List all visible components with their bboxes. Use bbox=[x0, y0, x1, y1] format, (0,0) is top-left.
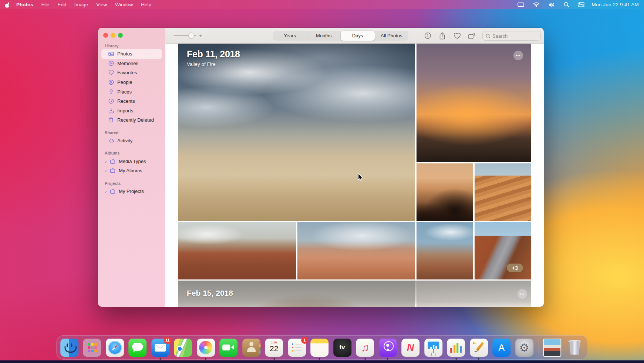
album-icon bbox=[109, 168, 116, 173]
photo-thumbnail-valley-panorama[interactable] bbox=[178, 44, 415, 221]
sidebar-item-label: My Albums bbox=[119, 168, 142, 173]
photos-app-icon[interactable] bbox=[197, 339, 215, 357]
gear-icon: ⚙ bbox=[519, 341, 529, 354]
menu-image[interactable]: Image bbox=[74, 2, 88, 7]
close-button[interactable] bbox=[103, 33, 108, 38]
podcasts-icon[interactable] bbox=[379, 339, 397, 357]
running-indicator bbox=[387, 358, 388, 360]
apple-menu-icon[interactable] bbox=[5, 2, 10, 8]
tab-years[interactable]: Years bbox=[273, 31, 307, 41]
sidebar-item-photos[interactable]: Photos bbox=[101, 49, 162, 59]
chevron-right-icon[interactable]: › bbox=[105, 189, 108, 194]
maps-icon[interactable] bbox=[174, 339, 192, 357]
sidebar-item-recents[interactable]: Recents bbox=[101, 96, 162, 106]
control-center-icon[interactable] bbox=[578, 2, 584, 7]
sidebar-item-label: Recently Deleted bbox=[117, 117, 154, 123]
image-file-icon[interactable] bbox=[543, 339, 561, 357]
sidebar: Library Photos Memories Favorites People bbox=[98, 28, 165, 307]
menu-app-name[interactable]: Photos bbox=[16, 2, 33, 7]
search-input[interactable] bbox=[492, 33, 537, 39]
sidebar-item-imports[interactable]: Imports bbox=[101, 106, 162, 116]
zoom-slider[interactable] bbox=[173, 35, 196, 36]
volume-icon[interactable] bbox=[549, 2, 555, 7]
menu-view[interactable]: View bbox=[96, 2, 107, 7]
chevron-right-icon[interactable]: › bbox=[105, 159, 108, 164]
notes-icon[interactable] bbox=[310, 339, 328, 357]
photo-thumbnail-canyon-overlook[interactable] bbox=[417, 222, 473, 279]
tab-months[interactable]: Months bbox=[307, 31, 341, 41]
photo-thumbnail-climbers-silhouette[interactable] bbox=[417, 163, 473, 221]
zoom-out-button[interactable]: – bbox=[168, 33, 171, 38]
menu-help[interactable]: Help bbox=[141, 2, 151, 7]
display-icon[interactable] bbox=[517, 2, 524, 7]
overflow-count-badge[interactable]: +3 bbox=[507, 264, 523, 272]
group-date: Feb 15, 2018 bbox=[187, 289, 233, 298]
sidebar-item-activity[interactable]: Activity bbox=[101, 136, 162, 146]
system-preferences-icon[interactable]: ⚙ bbox=[515, 339, 533, 357]
sidebar-item-recently-deleted[interactable]: Recently Deleted bbox=[101, 115, 162, 125]
sidebar-item-memories[interactable]: Memories bbox=[101, 59, 162, 68]
sidebar-item-label: My Projects bbox=[119, 189, 144, 194]
pin-icon bbox=[108, 89, 114, 95]
launchpad-icon[interactable] bbox=[83, 339, 101, 357]
sidebar-item-label: Imports bbox=[117, 108, 133, 113]
menu-edit[interactable]: Edit bbox=[58, 2, 66, 7]
search-field[interactable] bbox=[482, 31, 541, 41]
favorite-heart-button[interactable] bbox=[454, 33, 461, 39]
sidebar-item-media-types[interactable]: › Media Types bbox=[101, 156, 162, 166]
app-store-icon[interactable]: A bbox=[492, 339, 510, 357]
sidebar-item-people[interactable]: People bbox=[101, 78, 162, 87]
zoom-button[interactable] bbox=[118, 33, 123, 38]
reminders-icon[interactable]: 1 bbox=[288, 339, 306, 357]
info-button[interactable] bbox=[424, 32, 431, 39]
running-indicator bbox=[319, 358, 320, 360]
messages-icon[interactable] bbox=[128, 339, 146, 357]
calendar-icon[interactable]: JUN 22 bbox=[265, 339, 283, 357]
sidebar-item-my-projects[interactable]: › My Projects bbox=[101, 187, 162, 196]
safari-icon[interactable] bbox=[106, 339, 124, 357]
music-icon[interactable]: ♫ bbox=[356, 339, 374, 357]
contacts-icon[interactable] bbox=[242, 339, 260, 357]
sidebar-section-albums: Albums bbox=[98, 150, 165, 156]
more-options-button[interactable]: ••• bbox=[517, 289, 527, 299]
dock: 11 JUN 22 1 tv ♫ N “ A ⚙ bbox=[56, 335, 588, 360]
spotlight-icon[interactable] bbox=[564, 2, 569, 7]
trash-icon[interactable] bbox=[566, 339, 584, 357]
sidebar-item-places[interactable]: Places bbox=[101, 87, 162, 96]
running-indicator bbox=[159, 358, 161, 360]
tab-all-photos[interactable]: All Photos bbox=[375, 31, 409, 41]
trash-body bbox=[569, 341, 580, 355]
numbers-icon[interactable] bbox=[447, 339, 465, 357]
zoom-in-button[interactable]: + bbox=[199, 33, 202, 38]
mail-icon[interactable]: 11 bbox=[151, 339, 169, 357]
pages-icon[interactable]: “ bbox=[470, 339, 488, 357]
menu-file[interactable]: File bbox=[41, 2, 50, 7]
more-options-button[interactable]: ••• bbox=[513, 51, 523, 60]
photo-thumbnail-sunset[interactable] bbox=[417, 44, 531, 162]
sidebar-section-projects: Projects bbox=[98, 180, 165, 187]
photo-thumbnail-desert-road[interactable] bbox=[475, 222, 531, 279]
zoom-slider-knob[interactable] bbox=[188, 33, 194, 38]
sidebar-item-my-albums[interactable]: › My Albums bbox=[101, 166, 162, 176]
share-button[interactable] bbox=[439, 32, 445, 40]
facetime-icon[interactable] bbox=[219, 339, 237, 357]
minimize-button[interactable] bbox=[111, 33, 115, 38]
photo-thumbnail-sand-trail[interactable] bbox=[297, 222, 415, 279]
album-icon bbox=[109, 159, 116, 164]
tv-icon[interactable]: tv bbox=[333, 339, 351, 357]
rotate-button[interactable] bbox=[468, 32, 475, 40]
photo-thumbnail-sandstone-wave[interactable] bbox=[475, 163, 531, 221]
menu-window[interactable]: Window bbox=[115, 2, 133, 7]
keynote-icon[interactable] bbox=[424, 339, 442, 357]
news-icon[interactable]: N bbox=[401, 339, 419, 357]
photo-thumbnail-red-desert[interactable] bbox=[178, 222, 296, 279]
notification-badge: 11 bbox=[163, 337, 172, 344]
wifi-icon[interactable] bbox=[533, 2, 540, 7]
chevron-right-icon[interactable]: › bbox=[105, 168, 108, 173]
tab-days[interactable]: Days bbox=[341, 31, 375, 41]
pages-quote-glyph: “ bbox=[473, 341, 476, 349]
menu-clock[interactable]: Mon Jun 22 9:41 AM bbox=[592, 2, 639, 7]
memories-icon bbox=[108, 61, 114, 66]
sidebar-item-favorites[interactable]: Favorites bbox=[101, 68, 162, 78]
finder-icon[interactable] bbox=[60, 339, 78, 357]
